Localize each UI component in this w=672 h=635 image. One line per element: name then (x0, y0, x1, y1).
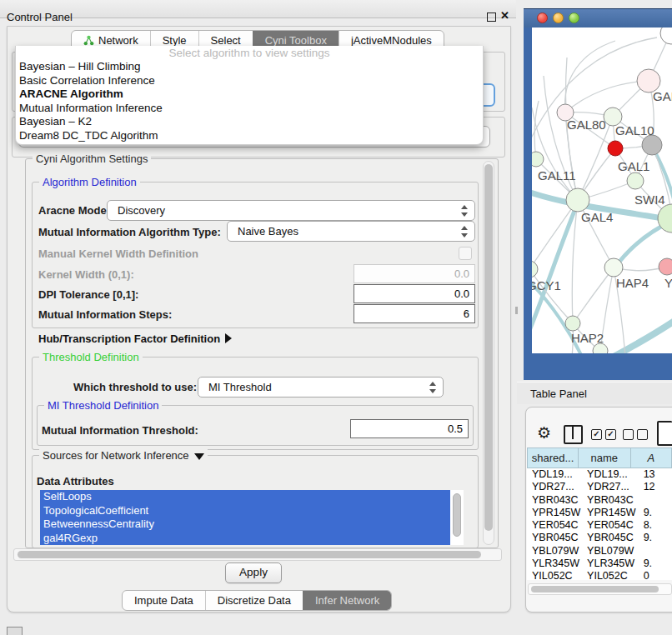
mi-threshold-field[interactable]: 0.5 (350, 419, 469, 438)
table-cell: YER054C (527, 519, 582, 532)
sources-title[interactable]: Sources for Network Inference (39, 449, 208, 462)
table-row[interactable]: YER054CYER054C8. (527, 519, 672, 532)
hub-definition-label: Hub/Transcription Factor Definition (38, 332, 220, 345)
attribute-item-gal4rgexp[interactable]: gal4RGexp (40, 532, 450, 546)
export-table-icon[interactable] (657, 421, 672, 446)
node-label-swi4: SWI4 (634, 192, 665, 207)
table-row[interactable]: YDL19...YDL19...13 (527, 468, 672, 481)
deselect-all-checks-icon[interactable] (623, 429, 648, 440)
network-node-y[interactable] (659, 258, 672, 275)
zoom-traffic-light[interactable] (569, 12, 579, 23)
node-label-hap4: HAP4 (616, 276, 649, 290)
network-graph: GALGAL80GAL10GAL1GAL11GAL4SWI4HAP4YGCY1H… (532, 28, 672, 353)
kernel-width-field[interactable]: 0.0 (354, 264, 475, 283)
aracne-mode-combo[interactable]: Discovery (107, 200, 475, 221)
which-threshold-label: Which threshold to use: (73, 381, 197, 393)
table-header: shared...nameA (527, 448, 672, 468)
columns-icon[interactable] (564, 425, 583, 444)
network-node-gal4[interactable] (566, 188, 589, 212)
manual-kernel-checkbox[interactable] (459, 247, 472, 260)
table-body: YDL19...YDL19...13YDR27...YDR27...12YBR0… (527, 468, 672, 580)
control-panel-titlebar (0, 0, 516, 18)
algorithm-item-bayesian-k2[interactable]: Bayesian – K2 (16, 115, 483, 129)
network-node[interactable] (642, 135, 662, 155)
attributes-scrollbar[interactable] (452, 492, 462, 543)
network-canvas[interactable]: GALGAL80GAL10GAL1GAL11GAL4SWI4HAP4YGCY1H… (532, 28, 672, 353)
mi-type-combo[interactable]: Naive Bayes (227, 221, 475, 242)
close-icon[interactable]: ✕ (500, 9, 509, 22)
table-cell: 12 (640, 481, 672, 493)
gear-icon[interactable]: ⚙ (537, 423, 551, 442)
data-attributes-list[interactable]: SelfLoopsTopologicalCoefficientBetweenne… (40, 490, 464, 545)
table-cell: 9. (640, 558, 672, 570)
table-cell: YIL052C (582, 570, 640, 580)
settings-group-title: Cyni Algorithm Settings (33, 152, 151, 165)
algorithm-item-mutual-information-inference[interactable]: Mutual Information Inference (16, 102, 483, 116)
table-cell: YDL19... (582, 468, 640, 481)
dpi-tolerance-field[interactable]: 0.0 (354, 284, 475, 303)
network-node-gal11[interactable] (532, 152, 544, 167)
node-label-gal11: GAL11 (538, 168, 576, 182)
which-threshold-combo[interactable]: MI Threshold (198, 377, 444, 398)
algorithm-item-aracne-algorithm[interactable]: ARACNE Algorithm (16, 88, 483, 102)
control-panel-title: Control Panel (7, 11, 73, 23)
network-node[interactable] (660, 28, 672, 44)
settings-horizontal-scrollbar[interactable] (13, 548, 502, 561)
table-cell: 13 (640, 468, 672, 481)
table-row[interactable]: YBR045CYBR045C9. (527, 532, 672, 544)
table-cell: YLR345W (527, 558, 582, 570)
network-node-hap4[interactable] (604, 258, 623, 277)
table-cell: YIL052C (527, 570, 582, 580)
table-cell: YLR345W (582, 558, 640, 570)
sources-title-text: Sources for Network Inference (43, 449, 189, 462)
algorithm-item-basic-correlation-inference[interactable]: Basic Correlation Inference (16, 74, 483, 88)
algorithm-item-dream8-dc-tdc-algorithm[interactable]: Dream8 DC_TDC Algorithm (16, 129, 483, 143)
float-window-icon[interactable] (487, 12, 496, 22)
apply-button[interactable]: Apply (225, 562, 282, 583)
tab-infer-network[interactable]: Infer Network (303, 591, 391, 610)
network-node[interactable] (608, 141, 623, 156)
table-horizontal-scrollbar[interactable] (528, 583, 672, 595)
column-header-a[interactable]: A (631, 448, 672, 468)
data-attributes-label: Data Attributes (37, 475, 114, 488)
table-row[interactable]: YBL079WYBL079W (527, 545, 672, 558)
column-header-shared[interactable]: shared... (527, 448, 579, 468)
table-row[interactable]: YLR345WYLR345W9. (527, 558, 672, 570)
network-edge (573, 268, 614, 323)
table-row[interactable]: YDR27...YDR27...12 (527, 481, 672, 493)
hub-definition-toggle[interactable]: Hub/Transcription Factor Definition (38, 332, 232, 345)
network-node-hap2[interactable] (565, 316, 580, 331)
tab-discretize-data[interactable]: Discretize Data (205, 591, 303, 610)
splitter-handle[interactable] (515, 307, 518, 314)
mi-threshold-title: MI Threshold Definition (44, 399, 162, 412)
table-row[interactable]: YIL052CYIL052C0 (527, 570, 672, 580)
table-cell: YER054C (582, 519, 640, 532)
minimize-traffic-light[interactable] (553, 12, 564, 23)
mi-type-value: Naive Bayes (238, 225, 298, 238)
attribute-item-betweennesscentrality[interactable]: BetweennessCentrality (40, 518, 450, 532)
close-traffic-light[interactable] (537, 12, 548, 23)
tab-label: Impute Data (134, 591, 193, 610)
table-row[interactable]: YBR043CYBR043C (527, 494, 672, 507)
settings-vertical-scrollbar[interactable] (483, 161, 494, 545)
table-cell: YBR045C (527, 532, 582, 544)
tab-impute-data[interactable]: Impute Data (123, 591, 205, 610)
attribute-item-selfloops[interactable]: SelfLoops (40, 490, 450, 504)
spinner-arrows-icon (460, 205, 468, 217)
spinner-arrows-icon (429, 382, 436, 393)
panel-grip-icon[interactable] (7, 627, 23, 635)
expand-arrow-icon (225, 333, 232, 343)
attribute-item-topologicalcoefficient[interactable]: TopologicalCoefficient (40, 504, 450, 518)
table-cell (640, 494, 672, 507)
network-edge (532, 269, 573, 323)
algorithm-item-bayesian-hill-climbing[interactable]: Bayesian – Hill Climbing (16, 60, 483, 74)
node-label-gal: GAL (653, 89, 672, 103)
mi-steps-field[interactable]: 6 (354, 304, 475, 323)
network-node-gcy1[interactable] (532, 261, 538, 278)
select-all-checks-icon[interactable]: ✓✓ (591, 429, 616, 440)
network-node-gal1[interactable] (627, 172, 644, 189)
mi-threshold-label: Mutual Information Threshold: (42, 424, 198, 437)
column-header-name[interactable]: name (579, 448, 631, 468)
table-row[interactable]: YPR145WYPR145W9. (527, 507, 672, 519)
table-cell (640, 545, 672, 558)
